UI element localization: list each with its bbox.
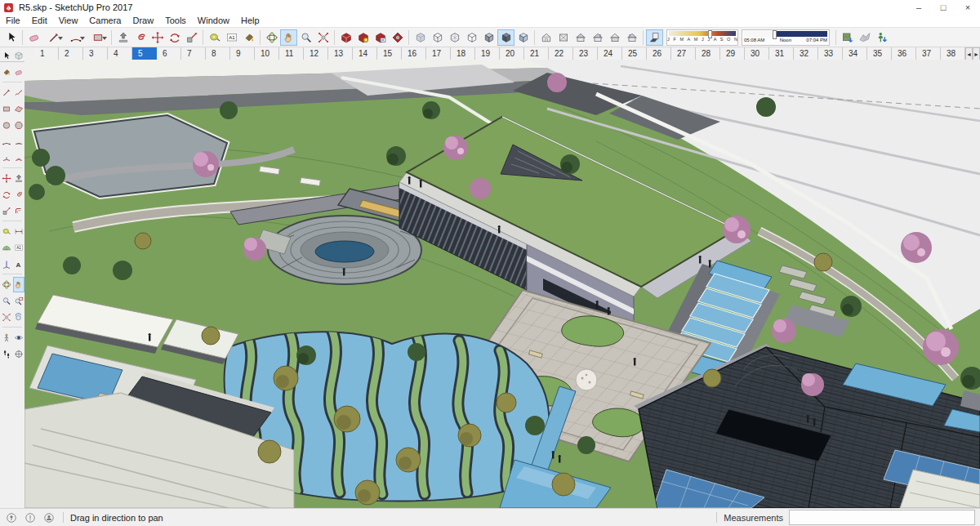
menu-tools[interactable]: Tools (159, 15, 192, 27)
arc-icon[interactable] (1, 134, 12, 149)
zoom-icon[interactable] (297, 29, 314, 46)
minimize-button[interactable]: – (906, 0, 931, 15)
view-left-icon[interactable] (623, 29, 640, 46)
extension-warehouse-icon[interactable] (389, 29, 406, 46)
close-button[interactable]: × (956, 0, 980, 15)
text-icon[interactable]: A1 (13, 240, 24, 256)
follow-me-icon[interactable] (131, 29, 149, 46)
back-edges-icon[interactable] (429, 29, 446, 46)
menu-file[interactable]: File (0, 15, 26, 27)
rectangle-icon[interactable] (87, 29, 109, 46)
rotated-rectangle-icon[interactable] (13, 101, 24, 117)
polygon-icon[interactable] (13, 118, 24, 133)
make-component-icon[interactable] (13, 48, 24, 64)
shadow-time-thumb[interactable] (773, 30, 777, 39)
protractor-icon[interactable] (1, 240, 12, 256)
zoom-extents-icon[interactable] (314, 29, 332, 46)
menu-camera[interactable]: Camera (83, 15, 127, 27)
wireframe-icon[interactable] (446, 29, 463, 46)
monochrome-icon[interactable] (514, 29, 532, 46)
menu-window[interactable]: Window (192, 15, 235, 27)
share-model-icon[interactable] (354, 29, 372, 46)
scale-icon[interactable] (183, 29, 200, 46)
freehand-icon[interactable] (13, 85, 24, 100)
eraser-icon[interactable] (25, 29, 42, 46)
paint-bucket-icon[interactable] (240, 29, 257, 46)
tape-measure-icon[interactable] (1, 224, 12, 239)
orbit-icon[interactable] (1, 277, 12, 292)
axes-icon[interactable] (1, 256, 12, 272)
previous-icon[interactable] (13, 310, 24, 325)
dimension-icon[interactable] (13, 224, 24, 239)
view-right-icon[interactable] (589, 29, 606, 46)
pan-icon[interactable] (13, 277, 24, 292)
orbit-icon[interactable] (263, 29, 280, 46)
position-camera-icon[interactable] (1, 330, 12, 345)
push-pull-icon[interactable] (13, 171, 24, 186)
window-title: R5.skp - SketchUp Pro 2017 (19, 2, 132, 12)
view-back-icon[interactable] (606, 29, 623, 46)
shaded-textures-icon[interactable] (497, 29, 514, 46)
shadow-time-slider[interactable]: 05:08 AM Noon 07:04 PM (742, 29, 830, 46)
look-around-icon[interactable] (13, 330, 24, 345)
3d-text-icon[interactable]: A (13, 256, 24, 272)
menu-view[interactable]: View (53, 15, 84, 27)
rectangle-dropdown-icon[interactable] (102, 37, 107, 40)
shadows-icon[interactable] (646, 29, 663, 46)
move-icon[interactable] (1, 171, 12, 186)
three-point-arc-icon[interactable] (1, 150, 12, 166)
viewport-3d-scene[interactable] (24, 60, 980, 508)
shadow-time-track[interactable] (744, 31, 827, 37)
x-ray-icon[interactable] (412, 29, 429, 46)
circle-icon[interactable] (1, 118, 12, 133)
menu-help[interactable]: Help (235, 15, 265, 27)
push-pull-icon[interactable] (114, 29, 131, 46)
rectangle-icon[interactable] (1, 101, 12, 117)
3d-warehouse-icon[interactable] (337, 29, 354, 46)
get-models-icon[interactable] (873, 29, 890, 46)
select-icon[interactable] (1, 48, 12, 64)
menu-draw[interactable]: Draw (127, 15, 159, 27)
pan-icon[interactable] (280, 29, 297, 46)
maximize-button[interactable]: □ (931, 0, 956, 15)
offset-icon[interactable] (13, 203, 24, 219)
arc-icon[interactable] (65, 29, 87, 46)
scale-icon[interactable] (1, 203, 12, 219)
shaded-icon[interactable] (480, 29, 497, 46)
menu-edit[interactable]: Edit (26, 15, 53, 27)
sign-in-status-icon[interactable] (43, 511, 56, 524)
zoom-extents-icon[interactable] (1, 310, 12, 325)
hidden-line-icon[interactable] (463, 29, 480, 46)
shadow-date-slider[interactable]: J F M A M J J A S O N D (666, 29, 738, 46)
zoom-window-icon[interactable] (13, 293, 24, 309)
select-icon[interactable] (2, 29, 20, 46)
follow-me-icon[interactable] (13, 187, 24, 203)
move-icon[interactable] (149, 29, 166, 46)
rotate-icon[interactable] (1, 187, 12, 203)
eraser-icon[interactable] (13, 65, 24, 80)
add-location-icon[interactable] (839, 29, 856, 46)
arc-dropdown-icon[interactable] (80, 37, 85, 40)
model-info-status-icon[interactable] (24, 511, 38, 524)
line-dropdown-icon[interactable] (58, 37, 63, 40)
tape-measure-icon[interactable] (206, 29, 223, 46)
line-icon[interactable] (1, 85, 12, 100)
rotate-icon[interactable] (166, 29, 183, 46)
paint-bucket-icon[interactable] (1, 65, 12, 80)
view-iso-icon[interactable] (537, 29, 555, 46)
geo-location-status-icon[interactable] (6, 511, 19, 524)
line-icon[interactable] (42, 29, 65, 46)
walk-icon[interactable] (1, 346, 12, 362)
share-component-icon[interactable] (372, 29, 389, 46)
pie-icon[interactable] (13, 150, 24, 166)
shadow-date-track[interactable] (669, 31, 736, 36)
section-plane-icon[interactable] (13, 346, 24, 362)
zoom-icon[interactable] (1, 293, 12, 309)
text-icon[interactable]: A1 (223, 29, 240, 46)
view-front-icon[interactable] (572, 29, 589, 46)
shadow-date-thumb[interactable] (708, 30, 712, 38)
two-point-arc-icon[interactable] (13, 134, 24, 149)
measurements-input[interactable] (789, 510, 975, 525)
toggle-terrain-icon[interactable] (856, 29, 873, 46)
view-top-icon[interactable] (555, 29, 572, 46)
